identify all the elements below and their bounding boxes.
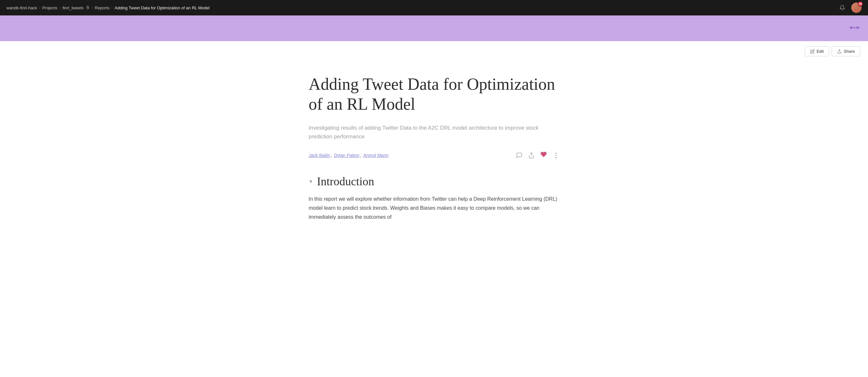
report-title: Adding Tweet Data for Optimization of an…: [309, 74, 559, 115]
section-title-introduction: Introduction: [317, 175, 374, 188]
author-jack[interactable]: Jack Bailin: [309, 153, 330, 158]
svg-rect-0: [87, 7, 89, 9]
action-bar: Edit Share: [0, 41, 868, 61]
share-action-icon[interactable]: [528, 152, 535, 158]
author-sep-2: ,: [360, 153, 363, 158]
edit-button[interactable]: Edit: [805, 46, 829, 56]
comment-icon[interactable]: [516, 152, 522, 158]
section-header-introduction: ▼ Introduction: [309, 175, 559, 188]
notification-badge: 15: [858, 1, 863, 6]
edit-pencil-icon: [810, 49, 815, 54]
breadcrumb: wandb-finrl-hack › Projects › finrl_twee…: [6, 5, 210, 10]
breadcrumb-sep-4: ›: [111, 5, 113, 10]
section-introduction: ▼ Introduction In this report we will ex…: [309, 175, 559, 222]
breadcrumb-sep-3: ›: [92, 5, 93, 10]
breadcrumb-projects[interactable]: Projects: [42, 5, 57, 10]
report-authors: Jack Bailin , Dylan Paiton , Anmol Mann: [309, 153, 389, 158]
breadcrumb-sep-1: ›: [39, 5, 40, 10]
report-content: Adding Tweet Data for Optimization of an…: [289, 61, 579, 241]
report-meta: Jack Bailin , Dylan Paiton , Anmol Mann: [309, 151, 559, 159]
report-subtitle: Investigating results of adding Twitter …: [309, 123, 559, 141]
report-action-icons: ⋮: [516, 151, 559, 159]
more-options-icon[interactable]: ⋮: [553, 151, 559, 159]
share-button[interactable]: Share: [832, 46, 860, 56]
breadcrumb-sep-2: ›: [59, 5, 60, 10]
author-sep-1: ,: [331, 153, 333, 158]
collapse-icon[interactable]: ▼: [309, 179, 313, 184]
breadcrumb-reports[interactable]: Reports: [95, 5, 110, 10]
topbar: wandb-finrl-hack › Projects › finrl_twee…: [0, 0, 868, 16]
topbar-right: 15: [838, 3, 862, 13]
share-upload-icon: [837, 49, 842, 54]
report-banner: [0, 16, 868, 41]
lock-icon: [86, 5, 90, 9]
svg-point-1: [854, 27, 856, 29]
author-dylan[interactable]: Dylan Paiton: [334, 153, 360, 158]
heart-icon[interactable]: [540, 151, 547, 159]
user-avatar[interactable]: 15: [851, 3, 862, 13]
breadcrumb-current: Adding Tweet Data for Optimization of an…: [115, 5, 210, 10]
section-body-introduction: In this report we will explore whether i…: [309, 195, 559, 222]
breadcrumb-org[interactable]: wandb-finrl-hack: [6, 5, 37, 10]
bow-icon: [849, 23, 860, 33]
author-anmol[interactable]: Anmol Mann: [363, 153, 389, 158]
notification-bell[interactable]: [838, 4, 846, 11]
breadcrumb-project[interactable]: finrl_tweets: [62, 5, 89, 10]
